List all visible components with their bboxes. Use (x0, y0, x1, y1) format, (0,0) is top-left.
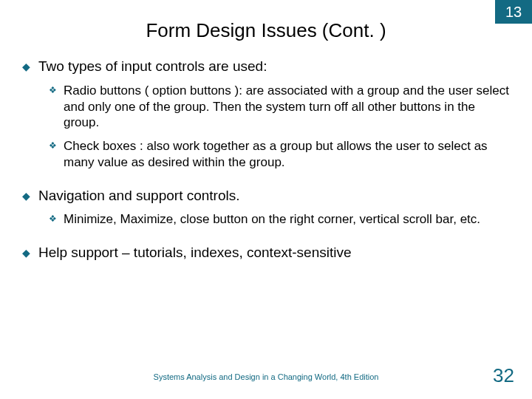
clover-icon: ❖ (49, 211, 64, 225)
footer-caption: Systems Analysis and Design in a Changin… (0, 372, 532, 381)
bullet-text: Radio buttons ( option buttons ): are as… (64, 83, 510, 131)
clover-icon: ❖ (49, 138, 64, 151)
spacer (22, 178, 510, 187)
bullet-level1: ◆ Help support – tutorials, indexes, con… (22, 244, 510, 262)
diamond-icon: ◆ (22, 187, 38, 203)
diamond-icon: ◆ (22, 58, 38, 74)
bullet-level2: ❖ Minimize, Maximize, close button on th… (49, 211, 510, 228)
diamond-icon: ◆ (22, 244, 38, 260)
slide-body: ◆ Two types of input controls are used: … (22, 58, 510, 267)
footer-page-number: 32 (493, 364, 514, 387)
bullet-level2: ❖ Check boxes : also work together as a … (49, 138, 510, 171)
slide-title: Form Design Issues (Cont. ) (0, 19, 532, 42)
bullet-level2: ❖ Radio buttons ( option buttons ): are … (49, 83, 510, 131)
bullet-text: Minimize, Maximize, close button on the … (64, 211, 510, 228)
bullet-text: Two types of input controls are used: (38, 58, 510, 75)
bullet-level1: ◆ Two types of input controls are used: (22, 58, 510, 75)
spacer (22, 235, 510, 244)
bullet-text: Check boxes : also work together as a gr… (64, 138, 510, 171)
bullet-text: Navigation and support controls. (38, 187, 510, 205)
bullet-text: Help support – tutorials, indexes, conte… (38, 244, 510, 262)
bullet-level1: ◆ Navigation and support controls. (22, 187, 510, 205)
clover-icon: ❖ (49, 83, 64, 96)
